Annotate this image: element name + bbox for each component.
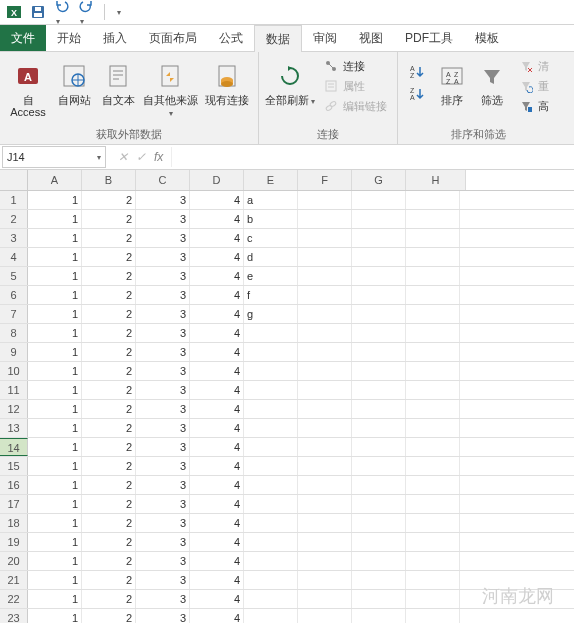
tab-4[interactable]: 数据 bbox=[254, 25, 302, 52]
cell[interactable]: 2 bbox=[82, 438, 136, 456]
cell[interactable]: 4 bbox=[190, 419, 244, 437]
cell[interactable]: 3 bbox=[136, 191, 190, 209]
chevron-down-icon[interactable]: ▾ bbox=[97, 153, 101, 162]
cell[interactable]: 2 bbox=[82, 286, 136, 304]
cell[interactable]: 1 bbox=[28, 267, 82, 285]
undo-icon[interactable]: ▾ bbox=[54, 0, 70, 27]
cell[interactable] bbox=[244, 381, 298, 399]
cell[interactable]: 4 bbox=[190, 609, 244, 623]
cell[interactable]: 1 bbox=[28, 400, 82, 418]
cell[interactable]: 4 bbox=[190, 343, 244, 361]
from-web-button[interactable]: 自网站 bbox=[54, 56, 94, 106]
row-header[interactable]: 9 bbox=[0, 343, 28, 361]
cell[interactable]: 4 bbox=[190, 533, 244, 551]
cell[interactable] bbox=[298, 571, 352, 589]
cell[interactable]: 1 bbox=[28, 191, 82, 209]
row-header[interactable]: 5 bbox=[0, 267, 28, 285]
cell[interactable] bbox=[352, 438, 406, 456]
cell[interactable]: 4 bbox=[190, 267, 244, 285]
row-header[interactable]: 18 bbox=[0, 514, 28, 532]
cell[interactable]: 3 bbox=[136, 324, 190, 342]
cell[interactable]: b bbox=[244, 210, 298, 228]
cell[interactable] bbox=[244, 552, 298, 570]
row-header[interactable]: 23 bbox=[0, 609, 28, 623]
column-header[interactable]: F bbox=[298, 170, 352, 190]
tab-7[interactable]: PDF工具 bbox=[394, 25, 464, 51]
cell[interactable]: 4 bbox=[190, 286, 244, 304]
row-header[interactable]: 20 bbox=[0, 552, 28, 570]
cell[interactable]: 1 bbox=[28, 571, 82, 589]
cell[interactable] bbox=[298, 381, 352, 399]
cell[interactable]: f bbox=[244, 286, 298, 304]
cell[interactable] bbox=[406, 552, 460, 570]
cancel-icon[interactable]: ✕ bbox=[118, 150, 128, 164]
cell[interactable] bbox=[406, 533, 460, 551]
cell[interactable]: 2 bbox=[82, 457, 136, 475]
cell[interactable]: 3 bbox=[136, 552, 190, 570]
cell[interactable] bbox=[406, 343, 460, 361]
cell[interactable] bbox=[298, 286, 352, 304]
cell[interactable]: 3 bbox=[136, 381, 190, 399]
cell[interactable]: 2 bbox=[82, 248, 136, 266]
cell[interactable]: 1 bbox=[28, 229, 82, 247]
cell[interactable]: g bbox=[244, 305, 298, 323]
cell[interactable]: 2 bbox=[82, 229, 136, 247]
cell[interactable]: 3 bbox=[136, 229, 190, 247]
cell[interactable] bbox=[244, 457, 298, 475]
cell[interactable] bbox=[406, 590, 460, 608]
cell[interactable]: 4 bbox=[190, 514, 244, 532]
row-header[interactable]: 17 bbox=[0, 495, 28, 513]
cell[interactable]: 3 bbox=[136, 400, 190, 418]
row-header[interactable]: 14 bbox=[0, 438, 28, 456]
cell[interactable] bbox=[244, 324, 298, 342]
row-header[interactable]: 8 bbox=[0, 324, 28, 342]
advanced-button[interactable]: 高 bbox=[514, 96, 553, 116]
cell[interactable]: 2 bbox=[82, 419, 136, 437]
cell[interactable] bbox=[352, 305, 406, 323]
edit-links-button[interactable]: 编辑链接 bbox=[319, 96, 391, 116]
cell[interactable]: c bbox=[244, 229, 298, 247]
cell[interactable]: 3 bbox=[136, 495, 190, 513]
cell[interactable] bbox=[352, 495, 406, 513]
name-box[interactable]: J14 ▾ bbox=[2, 146, 106, 168]
cell[interactable] bbox=[298, 210, 352, 228]
cell[interactable] bbox=[244, 590, 298, 608]
cell[interactable] bbox=[244, 609, 298, 623]
cell[interactable]: 3 bbox=[136, 248, 190, 266]
cell[interactable] bbox=[352, 609, 406, 623]
save-icon[interactable] bbox=[30, 4, 46, 20]
cell[interactable] bbox=[406, 324, 460, 342]
cell[interactable] bbox=[352, 267, 406, 285]
existing-connections-button[interactable]: 现有连接 bbox=[202, 56, 252, 106]
cell[interactable]: 2 bbox=[82, 191, 136, 209]
tab-8[interactable]: 模板 bbox=[464, 25, 510, 51]
cell[interactable]: 1 bbox=[28, 514, 82, 532]
cell[interactable] bbox=[298, 552, 352, 570]
cell[interactable]: 1 bbox=[28, 476, 82, 494]
cell[interactable] bbox=[406, 248, 460, 266]
cell[interactable] bbox=[298, 590, 352, 608]
cell[interactable]: 1 bbox=[28, 210, 82, 228]
column-header[interactable]: H bbox=[406, 170, 466, 190]
cell[interactable] bbox=[352, 533, 406, 551]
cell[interactable] bbox=[406, 495, 460, 513]
cell[interactable]: 1 bbox=[28, 248, 82, 266]
cell[interactable] bbox=[298, 609, 352, 623]
cell[interactable]: 2 bbox=[82, 305, 136, 323]
cell[interactable] bbox=[406, 362, 460, 380]
cell[interactable]: e bbox=[244, 267, 298, 285]
cell[interactable] bbox=[352, 248, 406, 266]
cell[interactable]: 1 bbox=[28, 457, 82, 475]
row-header[interactable]: 7 bbox=[0, 305, 28, 323]
row-header[interactable]: 3 bbox=[0, 229, 28, 247]
cell[interactable] bbox=[298, 533, 352, 551]
cell[interactable]: 4 bbox=[190, 324, 244, 342]
cell[interactable]: 1 bbox=[28, 419, 82, 437]
cell[interactable]: 2 bbox=[82, 495, 136, 513]
cell[interactable]: 3 bbox=[136, 267, 190, 285]
cell[interactable]: 4 bbox=[190, 191, 244, 209]
cell[interactable] bbox=[298, 191, 352, 209]
cell[interactable]: 1 bbox=[28, 343, 82, 361]
cell[interactable] bbox=[406, 229, 460, 247]
cell[interactable]: 2 bbox=[82, 324, 136, 342]
